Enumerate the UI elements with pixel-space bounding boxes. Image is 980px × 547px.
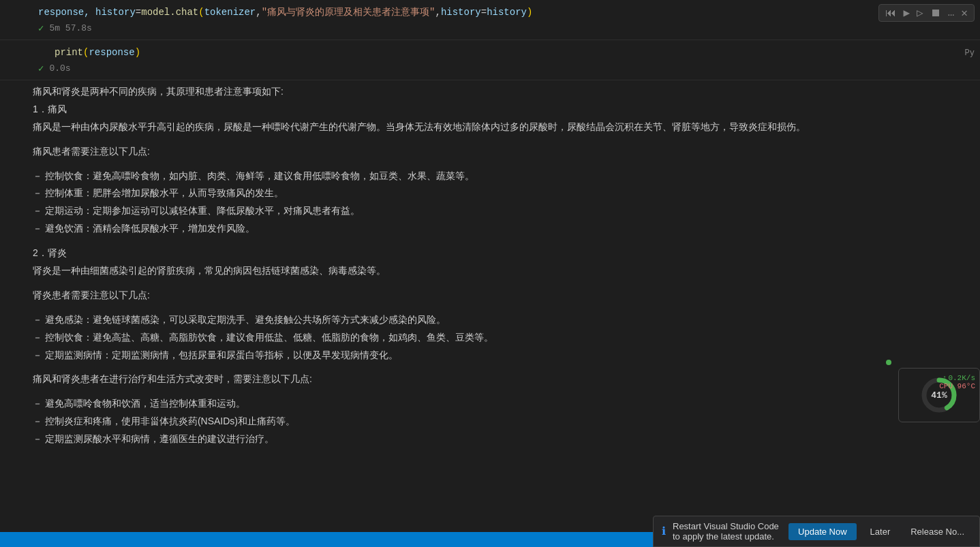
code-paren-open: ( [198, 5, 204, 20]
code-equals2: = [481, 5, 487, 20]
editor-area: response, history = model.chat ( tokeniz… [0, 0, 980, 547]
upload-value: 0.2K/s [948, 374, 975, 382]
code-param-tokenizer: tokenizer [204, 5, 256, 20]
py-tag-2: Py [965, 47, 975, 59]
output-line: 痛风和肾炎患者在进行治疗和生活方式改变时，需要注意以下几点: [33, 371, 980, 388]
output-line [33, 136, 980, 143]
output-line [33, 161, 980, 168]
toolbar-more-icon[interactable]: … [946, 7, 957, 19]
cell-toolbar: ⏮ ▶ ▷ ⏹ … ✕ [878, 4, 975, 22]
output-line [33, 238, 980, 245]
toolbar-delete-icon[interactable]: ✕ [959, 6, 970, 20]
output-line [33, 304, 980, 311]
code-func: model.chat [141, 5, 198, 20]
output-line: － 控制饮食：避免高盐、高糖、高脂肪饮食，建议食用低盐、低糖、低脂肪的食物，如鸡… [33, 329, 980, 347]
output-line: － 定期监测尿酸水平和病情，遵循医生的建议进行治疗。 [33, 431, 980, 448]
code-paren2-open: ( [83, 46, 89, 60]
output-line: 2．肾炎 [33, 245, 980, 262]
code-cell-2: print ( response ) Py ✓ 0.0s [0, 40, 980, 80]
output-area: 痛风和肾炎是两种不同的疾病，其原理和患者注意事项如下:1．痛风痛风是一种由体内尿… [0, 80, 980, 451]
code-paren2-close: ) [135, 46, 140, 60]
code-param-history-kw: history [441, 5, 481, 20]
output-line: 痛风患者需要注意以下几点: [33, 143, 980, 161]
code-paren-close: ) [527, 5, 532, 20]
output-line: － 避免高嘌呤食物和饮酒，适当控制体重和运动。 [33, 395, 980, 413]
code-response: response [89, 46, 134, 60]
output-line: － 控制体重：肥胖会增加尿酸水平，从而导致痛风的发生。 [33, 185, 980, 202]
code-cell-1: response, history = model.chat ( tokeniz… [0, 0, 980, 40]
cell2-time: 0.0s [49, 63, 70, 74]
output-line: 痛风是一种由体内尿酸水平升高引起的疾病，尿酸是一种嘌呤代谢产生的代谢产物。当身体… [33, 119, 980, 136]
code-print: print [55, 46, 83, 60]
output-line: 肾炎是一种由细菌感染引起的肾脏疾病，常见的病因包括链球菌感染、病毒感染等。 [33, 262, 980, 280]
output-line: 肾炎患者需要注意以下几点: [33, 287, 980, 304]
toolbar-run-icon[interactable]: ▶ [901, 6, 912, 20]
cpu-widget: 41% ↑ 0.2K/s CPU 96°C [898, 368, 980, 422]
update-notification: ℹ Restart Visual Studio Code to apply th… [653, 516, 980, 547]
update-message: Restart Visual Studio Code to apply the … [673, 521, 782, 542]
output-line: 1．痛风 [33, 101, 980, 119]
cpu-temp: CPU 96°C [939, 382, 975, 390]
output-line: － 定期监测病情：定期监测病情，包括尿量和尿蛋白等指标，以便及早发现病情变化。 [33, 347, 980, 364]
info-icon: ℹ [662, 525, 666, 538]
code-var: response, history [38, 5, 136, 20]
later-button[interactable]: Later [863, 523, 898, 540]
cell2-status-icon: ✓ [38, 63, 44, 74]
code-comma2: , [435, 5, 441, 20]
output-line: － 避免饮酒：酒精会降低尿酸水平，增加发作风险。 [33, 220, 980, 238]
output-line: － 避免感染：避免链球菌感染，可以采取定期洗手、避免接触公共场所等方式来减少感染… [33, 311, 980, 329]
toolbar-step-icon[interactable]: ▷ [915, 6, 925, 20]
code-string: "痛风与肾炎的原理及相关患者注意事项" [262, 5, 435, 20]
release-notes-button[interactable]: Release No... [904, 523, 971, 540]
upload-stat: ↑ 0.2K/s [943, 374, 975, 382]
output-line [33, 280, 980, 287]
cell1-status-icon: ✓ [38, 22, 44, 34]
toolbar-run-all-icon[interactable]: ⏮ [883, 7, 898, 20]
code-equals: = [136, 5, 141, 20]
toolbar-stop-icon[interactable]: ⏹ [928, 7, 943, 20]
green-dot-indicator [886, 360, 891, 365]
code-comma1: , [256, 5, 261, 20]
output-line: － 控制饮食：避免高嘌呤食物，如内脏、肉类、海鲜等，建议食用低嘌呤食物，如豆类、… [33, 168, 980, 185]
cell1-time: 5m 57.8s [49, 23, 91, 33]
output-line [33, 364, 980, 371]
update-now-button[interactable]: Update Now [788, 523, 857, 540]
code-param-history-val: history [487, 5, 527, 20]
cpu-percent-label: 41% [931, 390, 947, 401]
output-line: － 定期运动：定期参加运动可以减轻体重、降低尿酸水平，对痛风患者有益。 [33, 202, 980, 220]
output-line: 痛风和肾炎是两种不同的疾病，其原理和患者注意事项如下: [33, 83, 980, 101]
output-line: － 控制炎症和疼痛，使用非甾体抗炎药(NSAIDs)和止痛药等。 [33, 413, 980, 431]
output-line [33, 388, 980, 395]
